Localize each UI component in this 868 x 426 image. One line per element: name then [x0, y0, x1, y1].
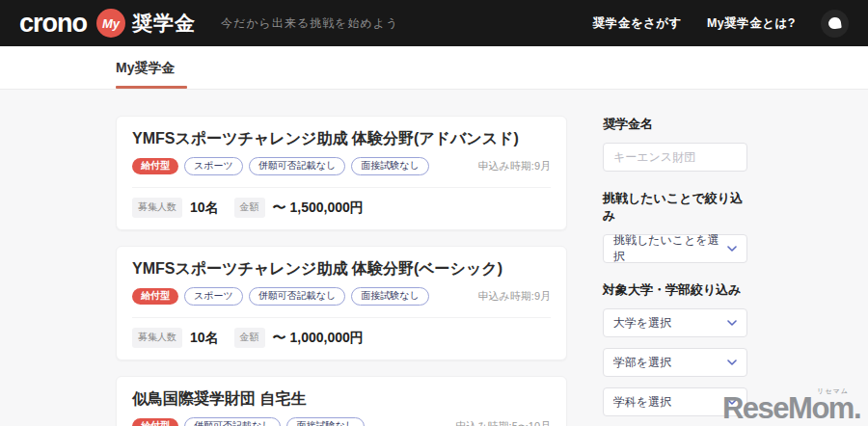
recruits-value: 10名	[190, 200, 219, 217]
tag-benefit-type: 給付型	[132, 418, 178, 426]
tag-benefit-type: 給付型	[132, 158, 178, 174]
challenge-filter-label: 挑戦したいことで絞り込み	[603, 190, 747, 225]
scholarship-card[interactable]: 似鳥国際奨学財団 自宅生 給付型 併願可否記載なし 面接試験なし 申込み時期:5…	[116, 376, 567, 426]
tag-interview: 面接試験なし	[351, 287, 428, 306]
tag-row: 給付型 スポーツ 併願可否記載なし 面接試験なし 申込み時期:9月	[132, 157, 551, 175]
scholarship-name-label: 奨学金名	[603, 116, 747, 133]
chevron-down-icon	[727, 320, 737, 326]
tagline: 今だから出来る挑戦を始めよう	[221, 15, 398, 32]
app-header: crono My 奨学金 今だから出来る挑戦を始めよう 奨学金をさがす My奨学…	[0, 0, 868, 46]
recruits-value: 10名	[190, 330, 219, 347]
tag-interview: 面接試験なし	[286, 417, 364, 426]
header-nav: 奨学金をさがす My奨学金とは?	[593, 10, 849, 38]
tag-interview: 面接試験なし	[351, 157, 428, 175]
faculty-select[interactable]: 学部を選択	[603, 348, 747, 377]
scholarship-title: YMFSスポーツチャレンジ助成 体験分野(アドバンスド)	[132, 129, 551, 148]
challenge-filter-group: 挑戦したいことで絞り込み 挑戦したいことを選択	[603, 190, 747, 263]
amount-label: 金額	[234, 198, 265, 218]
card-divider	[132, 317, 551, 318]
tab-my-scholarships[interactable]: My奨学金	[116, 60, 187, 89]
tag-row: 給付型 併願可否記載なし 面接試験なし 申込み時期:5〜10月	[132, 417, 551, 426]
resemom-watermark: リセマム ReseMom.	[722, 393, 860, 423]
recruits-label: 募集人数	[132, 198, 182, 218]
chat-bubble-glyph	[827, 16, 842, 30]
main-content: YMFSスポーツチャレンジ助成 体験分野(アドバンスド) 給付型 スポーツ 併願…	[0, 90, 868, 426]
resemom-ruby: リセマム	[817, 387, 849, 394]
subnav: My奨学金	[0, 46, 868, 90]
scholarship-card[interactable]: YMFSスポーツチャレンジ助成 体験分野(アドバンスド) 給付型 スポーツ 併願…	[116, 116, 567, 230]
my-badge: My	[96, 9, 125, 38]
tag-category: スポーツ	[184, 157, 243, 175]
tag-benefit-type: 給付型	[132, 288, 178, 305]
app-logo[interactable]: crono My 奨学金	[19, 9, 196, 38]
tag-row: 給付型 スポーツ 併願可否記載なし 面接試験なし 申込み時期:9月	[132, 287, 551, 306]
university-select[interactable]: 大学を選択	[603, 308, 747, 337]
tag-concurrent-application: 併願可否記載なし	[249, 157, 345, 175]
scholarship-title: 似鳥国際奨学財団 自宅生	[132, 389, 551, 409]
recruits-label: 募集人数	[132, 328, 182, 348]
faculty-select-value: 学部を選択	[613, 355, 671, 371]
university-select-value: 大学を選択	[613, 315, 671, 332]
nav-link-search-scholarships[interactable]: 奨学金をさがす	[593, 15, 682, 32]
university-filter-label: 対象大学・学部絞り込み	[603, 281, 747, 299]
scholarship-name-input[interactable]	[603, 143, 747, 172]
stats-row: 募集人数 10名 金額 〜 1,000,000円	[132, 328, 551, 348]
brand-text: crono	[19, 11, 87, 37]
scholarship-title: YMFSスポーツチャレンジ助成 体験分野(ベーシック)	[132, 259, 551, 279]
application-period: 申込み時期:9月	[478, 159, 551, 173]
challenge-select[interactable]: 挑戦したいことを選択	[603, 234, 747, 263]
nav-link-about-my-scholarship[interactable]: My奨学金とは?	[707, 15, 796, 32]
challenge-select-value: 挑戦したいことを選択	[613, 232, 727, 265]
chevron-down-icon	[727, 359, 737, 365]
scholarship-list: YMFSスポーツチャレンジ助成 体験分野(アドバンスド) 給付型 スポーツ 併願…	[116, 116, 567, 426]
amount-label: 金額	[234, 328, 265, 348]
amount-value: 〜 1,500,000円	[273, 200, 364, 217]
filter-sidebar: 奨学金名 挑戦したいことで絞り込み 挑戦したいことを選択 対象大学・学部絞り込み…	[603, 116, 747, 426]
stats-row: 募集人数 10名 金額 〜 1,500,000円	[132, 198, 551, 218]
department-select-value: 学科を選択	[613, 394, 671, 411]
logo-suffix: 奨学金	[132, 10, 196, 37]
card-divider	[132, 187, 551, 188]
amount-value: 〜 1,000,000円	[273, 330, 364, 347]
name-filter-group: 奨学金名	[603, 116, 747, 172]
tag-concurrent-application: 併願可否記載なし	[184, 417, 281, 426]
chat-bubble-icon[interactable]	[821, 10, 849, 38]
chevron-down-icon	[727, 246, 737, 252]
tag-concurrent-application: 併願可否記載なし	[249, 287, 345, 306]
resemom-text: ReseMom.	[722, 391, 860, 425]
scholarship-card[interactable]: YMFSスポーツチャレンジ助成 体験分野(ベーシック) 給付型 スポーツ 併願可…	[116, 246, 567, 360]
application-period: 申込み時期:9月	[478, 289, 551, 304]
application-period: 申込み時期:5〜10月	[455, 419, 551, 426]
tag-category: スポーツ	[184, 287, 243, 306]
